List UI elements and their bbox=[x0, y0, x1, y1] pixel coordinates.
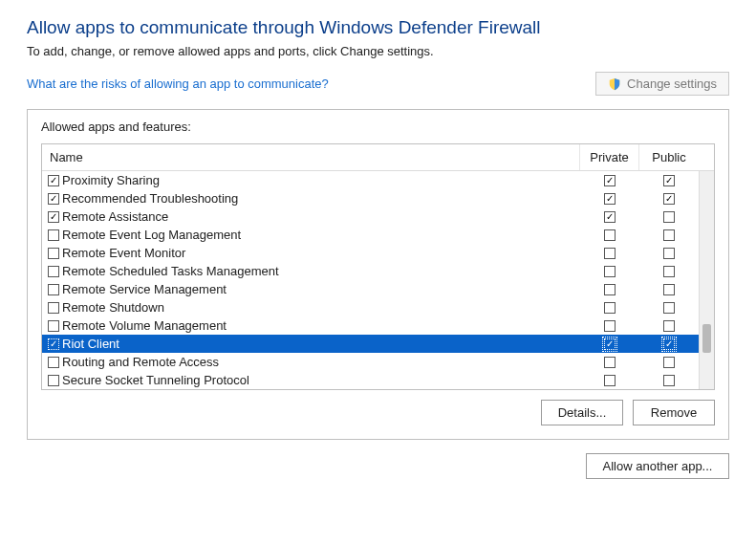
checkbox[interactable]: ✓ bbox=[663, 338, 675, 350]
table-row[interactable]: Remote Shutdown bbox=[42, 298, 714, 316]
cell-private bbox=[580, 266, 639, 277]
checkbox[interactable] bbox=[604, 284, 616, 295]
scrollbar[interactable] bbox=[699, 171, 714, 389]
checkbox[interactable]: ✓ bbox=[604, 193, 616, 205]
checkbox[interactable]: ✓ bbox=[604, 175, 616, 186]
apps-list: Name Private Public ✓Proximity Sharing✓✓… bbox=[41, 143, 715, 390]
checkbox[interactable] bbox=[663, 266, 675, 277]
checkbox[interactable] bbox=[663, 229, 675, 241]
checkbox[interactable]: ✓ bbox=[48, 193, 59, 205]
table-row[interactable]: Routing and Remote Access bbox=[42, 353, 714, 371]
checkbox[interactable] bbox=[48, 302, 59, 314]
table-row[interactable]: Secure Socket Tunneling Protocol bbox=[42, 371, 714, 389]
scroll-thumb[interactable] bbox=[702, 324, 711, 353]
app-name: Routing and Remote Access bbox=[62, 356, 219, 368]
page-title: Allow apps to communicate through Window… bbox=[27, 17, 729, 38]
table-row[interactable]: Remote Service Management bbox=[42, 280, 714, 298]
checkbox[interactable] bbox=[604, 302, 616, 314]
details-button[interactable]: Details... bbox=[541, 400, 623, 425]
cell-private bbox=[580, 375, 639, 386]
checkbox[interactable] bbox=[48, 357, 59, 368]
checkbox[interactable] bbox=[48, 248, 59, 259]
cell-name: Routing and Remote Access bbox=[48, 356, 580, 368]
app-name: Remote Service Management bbox=[62, 283, 227, 295]
checkbox[interactable] bbox=[48, 229, 59, 241]
checkbox[interactable] bbox=[663, 302, 675, 314]
checkbox[interactable]: ✓ bbox=[604, 211, 616, 223]
cell-public bbox=[639, 284, 699, 295]
checkbox[interactable] bbox=[604, 357, 616, 368]
cell-name: ✓Remote Assistance bbox=[48, 210, 580, 223]
checkbox[interactable] bbox=[663, 375, 675, 386]
table-row[interactable]: ✓Riot Client✓✓ bbox=[42, 335, 714, 353]
cell-name: Remote Service Management bbox=[48, 283, 580, 295]
checkbox[interactable]: ✓ bbox=[48, 338, 59, 350]
checkbox[interactable]: ✓ bbox=[663, 175, 675, 186]
cell-private: ✓ bbox=[580, 193, 639, 205]
cell-public: ✓ bbox=[639, 193, 699, 205]
table-row[interactable]: Remote Scheduled Tasks Management bbox=[42, 262, 714, 280]
table-row[interactable]: ✓Recommended Troubleshooting✓✓ bbox=[42, 189, 714, 207]
app-name: Remote Scheduled Tasks Management bbox=[62, 265, 279, 277]
cell-public bbox=[639, 266, 699, 277]
checkbox[interactable] bbox=[48, 375, 59, 386]
list-body: ✓Proximity Sharing✓✓✓Recommended Trouble… bbox=[42, 171, 714, 389]
header-name[interactable]: Name bbox=[42, 144, 580, 170]
cell-private bbox=[580, 357, 639, 368]
checkbox[interactable] bbox=[604, 266, 616, 277]
checkbox[interactable]: ✓ bbox=[48, 175, 59, 186]
cell-public: ✓ bbox=[639, 338, 699, 350]
cell-public bbox=[639, 248, 699, 259]
checkbox[interactable] bbox=[663, 320, 675, 332]
table-row[interactable]: Remote Event Log Management bbox=[42, 226, 714, 244]
cell-private bbox=[580, 302, 639, 314]
checkbox[interactable] bbox=[48, 320, 59, 332]
cell-public bbox=[639, 302, 699, 314]
cell-public bbox=[639, 320, 699, 332]
cell-name: Remote Volume Management bbox=[48, 319, 580, 332]
cell-private bbox=[580, 229, 639, 241]
table-row[interactable]: ✓Remote Assistance✓ bbox=[42, 207, 714, 226]
allow-another-app-button[interactable]: Allow another app... bbox=[586, 453, 729, 479]
app-name: Remote Volume Management bbox=[62, 319, 227, 332]
cell-public bbox=[639, 229, 699, 241]
checkbox[interactable]: ✓ bbox=[663, 193, 675, 205]
checkbox[interactable] bbox=[604, 320, 616, 332]
checkbox[interactable] bbox=[604, 375, 616, 386]
cell-private bbox=[580, 248, 639, 259]
cell-name: ✓Recommended Troubleshooting bbox=[48, 192, 580, 205]
checkbox[interactable] bbox=[604, 229, 616, 241]
checkbox[interactable] bbox=[663, 284, 675, 295]
checkbox[interactable] bbox=[663, 248, 675, 259]
header-private[interactable]: Private bbox=[580, 144, 639, 170]
checkbox[interactable] bbox=[604, 248, 616, 259]
checkbox[interactable] bbox=[663, 357, 675, 368]
checkbox[interactable] bbox=[663, 211, 675, 223]
remove-button[interactable]: Remove bbox=[633, 400, 715, 425]
table-row[interactable]: ✓Proximity Sharing✓✓ bbox=[42, 171, 714, 189]
cell-private: ✓ bbox=[580, 175, 639, 186]
cell-name: Secure Socket Tunneling Protocol bbox=[48, 374, 580, 386]
checkbox[interactable]: ✓ bbox=[604, 338, 616, 350]
page-subtitle: To add, change, or remove allowed apps a… bbox=[27, 44, 729, 58]
cell-public bbox=[639, 357, 699, 368]
header-public[interactable]: Public bbox=[639, 144, 699, 170]
list-header: Name Private Public bbox=[42, 144, 714, 171]
checkbox[interactable]: ✓ bbox=[48, 211, 59, 223]
table-row[interactable]: Remote Event Monitor bbox=[42, 244, 714, 262]
cell-name: Remote Event Monitor bbox=[48, 247, 580, 259]
shield-icon bbox=[608, 77, 621, 91]
app-name: Remote Shutdown bbox=[62, 301, 164, 314]
cell-public: ✓ bbox=[639, 175, 699, 186]
checkbox[interactable] bbox=[48, 284, 59, 295]
change-settings-button[interactable]: Change settings bbox=[595, 72, 729, 96]
cell-public bbox=[639, 211, 699, 223]
table-row[interactable]: Remote Volume Management bbox=[42, 316, 714, 335]
app-name: Remote Event Monitor bbox=[62, 247, 185, 259]
panel-label: Allowed apps and features: bbox=[41, 120, 715, 134]
checkbox[interactable] bbox=[48, 266, 59, 277]
cell-name: Remote Shutdown bbox=[48, 301, 580, 314]
cell-name: ✓Proximity Sharing bbox=[48, 174, 580, 186]
risks-link[interactable]: What are the risks of allowing an app to… bbox=[27, 76, 329, 91]
app-name: Riot Client bbox=[62, 338, 119, 350]
